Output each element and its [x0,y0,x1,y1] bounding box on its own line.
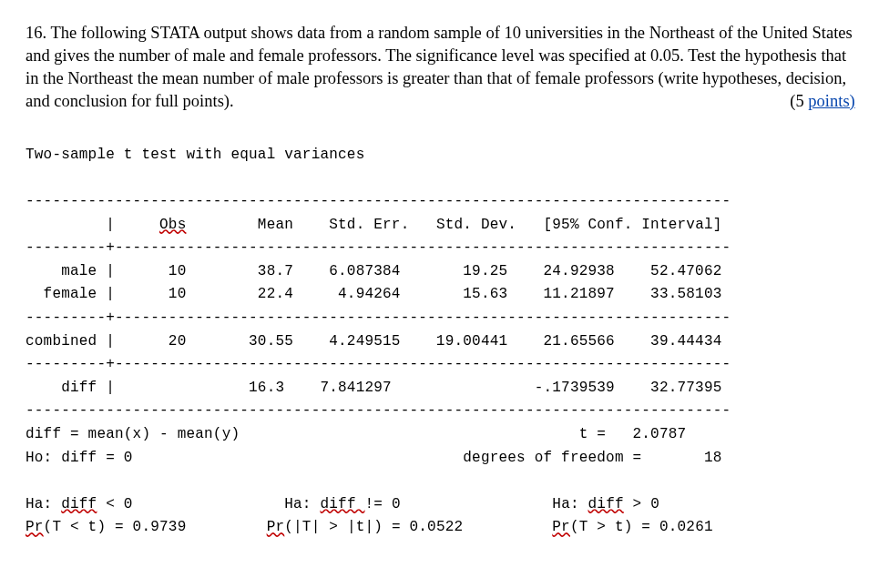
title: Two-sample t test with equal variances [26,147,364,163]
pr-mid1: (T < t) = 0.9739 [44,519,267,535]
pr-mid2: (|T| > |t|) = 0.0522 [284,519,552,535]
ha-mid2: != 0 Ha: [365,496,588,512]
question-number: 16. [26,24,46,42]
header-obs: Obs [159,217,186,233]
row-female: female | 10 22.4 4.94264 15.63 11.21897 … [26,286,722,302]
pr2: Pr [267,519,285,535]
ho-line: Ho: diff = 0 degrees of freedom = 18 [26,450,722,466]
question-text: 16. The following STATA output shows dat… [26,22,863,113]
row-combined: combined | 20 30.55 4.249515 19.00441 21… [26,333,722,350]
header-pre: | [26,217,159,233]
hr: ----------------------------------------… [26,402,731,419]
ha-mid1: < 0 Ha: [97,496,320,512]
hr: ---------+------------------------------… [26,239,731,256]
hr: ---------+------------------------------… [26,356,731,372]
pr1: Pr [26,519,44,535]
hr: ---------+------------------------------… [26,309,731,326]
hr: ----------------------------------------… [26,193,731,209]
pr-end: (T > t) = 0.0261 [570,519,713,535]
points-link[interactable]: points) [808,92,854,110]
ha-diff2: diff [320,496,364,512]
ha-diff1: diff [61,496,97,512]
ha-diff3: diff [588,496,624,512]
ha-end: > 0 [624,496,659,512]
pr3: Pr [552,519,570,535]
row-diff: diff | 16.3 7.841297 -.1739539 32.77395 [26,380,722,396]
diff-expr: diff = mean(x) - mean(y) t = 2.0787 [26,426,686,442]
stata-output: Two-sample t test with equal variances -… [26,144,863,540]
row-male: male | 10 38.7 6.087384 19.25 24.92938 5… [26,263,722,279]
points-prefix: (5 [790,92,808,110]
points-wrap: (5 points) [790,90,863,113]
question-body: The following STATA output shows data fr… [26,24,853,110]
ha-pre1: Ha: [26,496,61,512]
header-rest: Mean Std. Err. Std. Dev. [95% Conf. Inte… [186,217,721,233]
